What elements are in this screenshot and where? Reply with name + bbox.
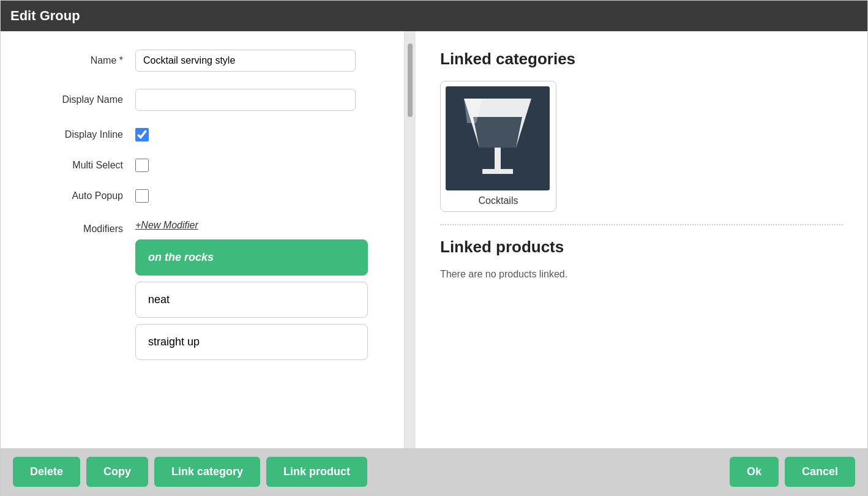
category-image — [446, 86, 550, 190]
name-row: Name * — [25, 50, 380, 72]
ok-button[interactable]: Ok — [730, 457, 779, 487]
dotted-divider — [440, 224, 843, 225]
display-inline-label: Display Inline — [25, 129, 123, 140]
category-name: Cocktails — [446, 195, 551, 206]
display-name-label: Display Name — [25, 94, 123, 105]
dialog-header: Edit Group — [1, 1, 867, 31]
modifiers-section: Modifiers +New Modifier on the rocks nea… — [25, 220, 380, 366]
multi-select-row: Multi Select — [25, 159, 380, 172]
name-input[interactable] — [135, 50, 356, 72]
linked-products-title: Linked products — [440, 238, 843, 257]
name-label: Name * — [25, 55, 123, 66]
copy-button[interactable]: Copy — [86, 457, 148, 487]
no-products-message: There are no products linked. — [440, 269, 843, 280]
link-product-button[interactable]: Link product — [266, 457, 367, 487]
dialog-title: Edit Group — [10, 8, 80, 23]
cancel-button[interactable]: Cancel — [785, 457, 855, 487]
delete-button[interactable]: Delete — [13, 457, 80, 487]
scrollbar[interactable] — [405, 31, 416, 448]
link-category-button[interactable]: Link category — [154, 457, 260, 487]
multi-select-label: Multi Select — [25, 160, 123, 171]
left-panel: Name * Display Name Display Inline Multi… — [1, 31, 405, 448]
svg-rect-2 — [495, 148, 501, 169]
linked-categories-title: Linked categories — [440, 50, 843, 69]
multi-select-checkbox[interactable] — [135, 159, 149, 172]
cocktail-glass-svg — [446, 86, 550, 190]
display-name-input[interactable] — [135, 89, 356, 111]
right-panel: Linked categories — [416, 31, 867, 448]
modifiers-content: +New Modifier on the rocks neat straight… — [135, 220, 368, 366]
auto-popup-row: Auto Popup — [25, 189, 380, 203]
display-inline-row: Display Inline — [25, 128, 380, 141]
display-inline-checkbox[interactable] — [135, 128, 149, 141]
svg-rect-3 — [482, 169, 513, 174]
linked-products-section: Linked products There are no products li… — [440, 238, 843, 280]
modifier-item-neat[interactable]: neat — [135, 282, 368, 318]
auto-popup-label: Auto Popup — [25, 190, 123, 201]
dialog-body: Name * Display Name Display Inline Multi… — [1, 31, 867, 448]
modifier-item-on-the-rocks[interactable]: on the rocks — [135, 239, 368, 276]
category-card-cocktails[interactable]: Cocktails — [440, 81, 556, 212]
scrollbar-thumb — [408, 43, 413, 117]
svg-marker-4 — [473, 117, 522, 148]
footer-right: Ok Cancel — [730, 457, 855, 487]
modifier-item-straight-up[interactable]: straight up — [135, 324, 368, 360]
new-modifier-link[interactable]: +New Modifier — [135, 220, 368, 231]
auto-popup-checkbox[interactable] — [135, 189, 149, 203]
display-name-row: Display Name — [25, 89, 380, 111]
edit-group-dialog: Edit Group Name * Display Name Display I… — [0, 0, 868, 496]
modifiers-label: Modifiers — [25, 220, 123, 235]
dialog-footer: Delete Copy Link category Link product O… — [1, 448, 867, 495]
footer-left: Delete Copy Link category Link product — [13, 457, 367, 487]
linked-categories-section: Linked categories — [440, 50, 843, 212]
